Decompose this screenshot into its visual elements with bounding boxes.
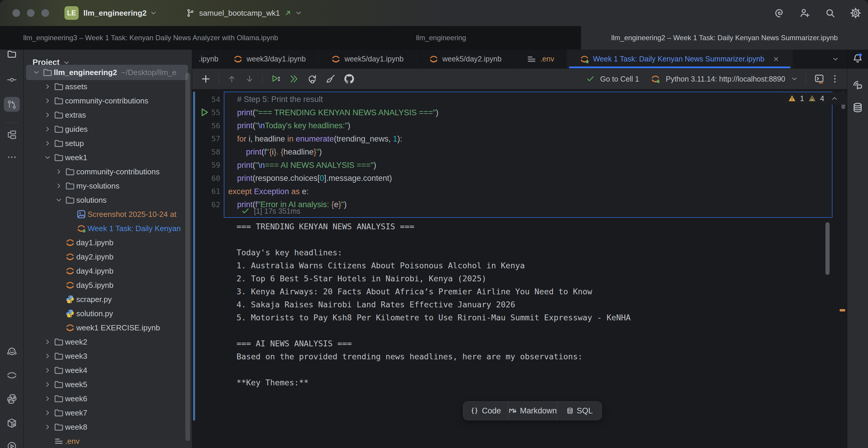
editor-tab[interactable]: week3/day1.ipynb [221, 50, 318, 68]
chevron-right-icon[interactable] [54, 168, 64, 175]
tree-row[interactable]: community-contributions [24, 94, 192, 108]
chevron-right-icon[interactable] [42, 395, 53, 403]
jupyter-console-icon[interactable] [814, 73, 825, 84]
notifications-bell-icon[interactable] [852, 53, 864, 66]
chevron-right-icon[interactable] [42, 366, 53, 374]
notebook-editor[interactable]: 54 # Step 5: Print the result55 print("=… [192, 90, 847, 448]
run-tool-button-icon[interactable] [6, 441, 18, 448]
kebab-menu-icon[interactable] [830, 74, 840, 84]
run-all-cells-button[interactable] [288, 73, 299, 84]
tree-row[interactable]: my-solutions [24, 179, 192, 193]
ai-assistant-icon[interactable] [773, 7, 785, 19]
add-sql-cell-button[interactable]: SQL [557, 402, 601, 420]
project-tool-button-icon[interactable] [7, 49, 17, 60]
tree-row[interactable]: week3 [24, 349, 192, 363]
tree-row[interactable]: week6 [24, 391, 192, 406]
inspections-widget[interactable]: 1 4 [782, 92, 847, 105]
branch-widget[interactable]: samuel_bootcamp_wk1 [186, 8, 303, 18]
more-tools-button-icon[interactable] [6, 152, 17, 164]
tree-row[interactable]: community-contributions [24, 165, 192, 179]
code-line[interactable]: 55 print("=== TRENDING KENYAN NEWS ANALY… [192, 106, 809, 119]
tree-row[interactable]: Week 1 Task: Daily Kenyan [24, 221, 192, 235]
output-scrollbar[interactable] [826, 222, 830, 275]
settings-gear-icon[interactable] [850, 7, 862, 19]
structure-tool-button-icon[interactable] [6, 129, 17, 141]
kernel-selector[interactable]: Python 3.11.14: http://localhost:8890 [666, 75, 785, 83]
editor-tab[interactable]: .env [514, 50, 567, 68]
run-line-gutter-icon[interactable] [199, 106, 211, 118]
commit-tool-button-icon[interactable] [6, 74, 17, 86]
move-cell-down-button[interactable] [245, 74, 254, 84]
search-everywhere-icon[interactable] [824, 7, 836, 19]
chevron-down-icon[interactable] [31, 69, 41, 76]
window-tab[interactable]: llm_engineering [302, 26, 581, 50]
chevron-down-icon[interactable] [42, 154, 53, 161]
code-with-me-icon[interactable] [799, 7, 811, 19]
chevron-down-icon[interactable] [790, 75, 798, 83]
window-controls[interactable] [12, 9, 49, 17]
add-code-cell-button[interactable]: Code [463, 402, 508, 420]
tree-row[interactable]: week2 [24, 335, 192, 349]
editor-tab[interactable]: week5/day2.ipynb [416, 50, 514, 68]
move-cell-up-button[interactable] [227, 74, 237, 84]
code-line[interactable]: 57 for i, headline in enumerate(trending… [192, 132, 809, 146]
clear-outputs-button[interactable] [325, 73, 336, 84]
tree-row[interactable]: day2.ipynb [24, 250, 192, 264]
restart-kernel-button[interactable] [307, 73, 317, 84]
tree-row[interactable]: day5.ipynb [24, 278, 192, 292]
tree-row[interactable]: week8 [24, 420, 192, 434]
editor-tab[interactable]: Week 1 Task: Daily Kenyan News Summarize… [567, 50, 793, 68]
chevron-right-icon[interactable] [42, 97, 53, 105]
add-cell-button[interactable] [200, 73, 211, 84]
database-icon[interactable] [852, 102, 864, 115]
tree-row[interactable]: day1.ipynb [24, 235, 192, 250]
tree-row[interactable]: extras [24, 108, 192, 122]
chevron-right-icon[interactable] [42, 381, 53, 388]
go-to-cell-button[interactable]: Go to Cell 1 [600, 75, 639, 83]
tab-list-chevron-icon[interactable] [832, 55, 839, 63]
huggingface-tool-button-icon[interactable] [6, 346, 18, 358]
tree-row[interactable]: week4 [24, 363, 192, 377]
editor-tab[interactable]: week5/day1.ipynb [318, 50, 416, 68]
next-problem-chevron-icon[interactable] [846, 95, 847, 102]
tree-row[interactable]: solution.py [24, 307, 192, 321]
tree-row[interactable]: week7 [24, 406, 192, 420]
jupyter-tool-button-icon[interactable] [6, 370, 18, 382]
chevron-right-icon[interactable] [42, 139, 53, 147]
project-switcher[interactable]: llm_engineering2 [83, 8, 147, 18]
tree-row[interactable]: week1 EXERCISE.ipynb [24, 321, 192, 335]
tree-row[interactable]: assets [24, 79, 192, 94]
chevron-right-icon[interactable] [42, 125, 53, 133]
chevron-right-icon[interactable] [42, 338, 53, 346]
window-tab[interactable]: llm_engineering2 – Week 1 Task: Daily Ke… [581, 26, 868, 50]
tree-row[interactable]: Screenshot 2025-10-24 at [24, 207, 192, 221]
tree-root-row[interactable]: llm_engineering2~/Desktop/llm_e [24, 65, 192, 79]
zoom-window-button[interactable] [41, 9, 49, 17]
git-tool-button-icon[interactable] [6, 99, 17, 111]
code-line[interactable]: 56 print("\nToday's key headlines:") [192, 119, 809, 132]
prev-problem-chevron-icon[interactable] [831, 95, 838, 102]
tree-row[interactable]: solutions [24, 193, 192, 207]
tree-row[interactable]: .env [24, 434, 192, 448]
code-line[interactable]: 60 print(response.choices[0].message.con… [192, 172, 809, 185]
code-line[interactable]: 61except Exception as e: [192, 185, 809, 198]
code-line[interactable]: 58 print(f"{i}. {headline}") [192, 146, 809, 159]
chevron-right-icon[interactable] [42, 409, 53, 417]
add-markdown-cell-button[interactable]: Markdown [508, 402, 557, 420]
tree-row[interactable]: scraper.py [24, 292, 192, 307]
tree-row[interactable]: week1 [24, 151, 192, 165]
python-console-tool-button-icon[interactable] [6, 393, 18, 406]
chevron-right-icon[interactable] [42, 83, 53, 90]
github-icon[interactable] [344, 73, 355, 85]
chevron-right-icon[interactable] [42, 423, 53, 431]
tree-row[interactable]: week5 [24, 377, 192, 391]
tree-row[interactable]: guides [24, 122, 192, 136]
minimize-window-button[interactable] [27, 9, 35, 17]
close-window-button[interactable] [12, 9, 20, 17]
project-scrollbar[interactable] [185, 73, 190, 441]
chevron-down-icon[interactable] [54, 196, 64, 204]
run-cell-button[interactable] [270, 73, 281, 84]
code-line[interactable]: 54 # Step 5: Print the result [192, 93, 809, 106]
tree-row[interactable]: day4.ipynb [24, 264, 192, 278]
python-packages-tool-button-icon[interactable] [6, 418, 18, 430]
